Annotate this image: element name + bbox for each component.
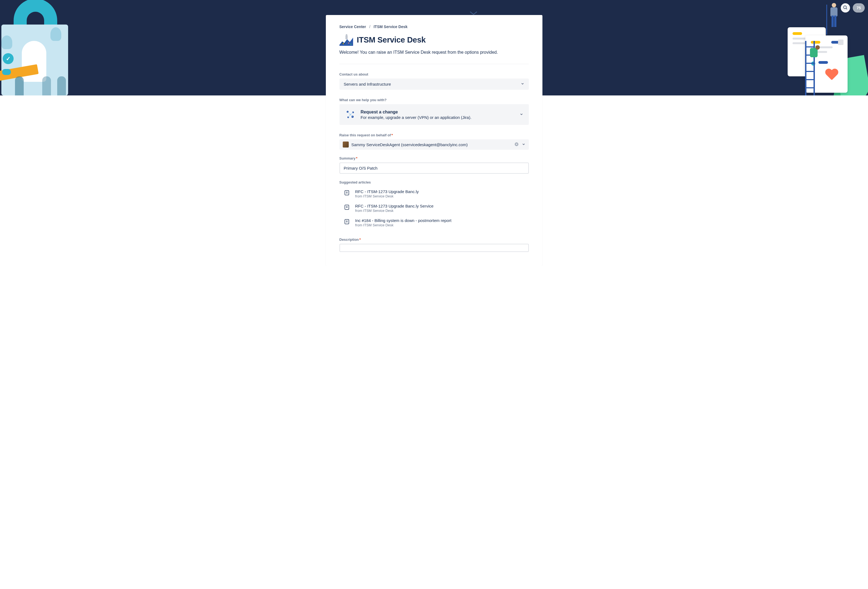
svg-line-16 [350,114,353,117]
svg-point-6 [348,43,349,44]
chevron-down-icon [522,142,526,147]
request-change-icon [345,109,356,120]
breadcrumb: Service Center / ITSM Service Desk [340,25,529,29]
page-title: ITSM Service Desk [357,36,426,44]
article-source: from ITSM Service Desk [355,223,524,227]
welcome-text: Welcome! You can raise an ITSM Service D… [340,49,529,56]
chevron-down-icon [520,112,523,117]
breadcrumb-current[interactable]: ITSM Service Desk [373,25,407,29]
document-icon [344,219,350,225]
article-title: Inc #184 - Billing system is down - post… [355,218,524,223]
search-button[interactable] [841,3,850,13]
svg-line-15 [348,114,350,117]
notification-badge[interactable]: 75 [853,3,865,13]
svg-line-2 [846,8,847,9]
suggested-article[interactable]: RFC - ITSM-1273 Upgrade Banc.ly from ITS… [340,186,529,201]
chevron-down-icon [521,82,524,86]
article-source: from ITSM Service Desk [355,194,524,198]
breadcrumb-separator: / [369,25,370,29]
banner-illustration-left [0,0,76,95]
svg-point-1 [843,6,846,9]
clear-selection-button[interactable] [514,142,519,147]
suggested-article[interactable]: Inc #184 - Billing system is down - post… [340,215,529,230]
description-label: Description* [340,238,529,241]
user-avatar [343,142,349,148]
description-input[interactable] [340,244,529,252]
svg-line-13 [348,112,350,114]
banner-illustration-right [792,0,868,95]
article-title: RFC - ITSM-1273 Upgrade Banc.ly [355,189,524,194]
project-avatar-icon [340,34,353,46]
contact-us-value: Servers and Infrastructure [344,82,391,86]
behalf-of-value: Sammy ServiceDeskAgent (sservicedeskagen… [351,142,511,147]
article-source: from ITSM Service Desk [355,209,524,213]
suggested-article[interactable]: RFC - ITSM-1273 Upgrade Banc.ly Service … [340,201,529,215]
help-with-label: What can we help you with? [340,98,529,102]
document-icon [344,204,350,210]
request-type-select[interactable]: Request a change For example, upgrade a … [340,104,529,125]
breadcrumb-root[interactable]: Service Center [340,25,366,29]
svg-rect-3 [345,36,348,39]
request-type-title: Request a change [361,110,515,114]
summary-input[interactable] [340,163,529,174]
document-icon [344,190,350,196]
suggested-articles-label: Suggested articles [340,180,529,184]
contact-us-label: Contact us about [340,72,529,76]
svg-point-4 [346,34,347,36]
badge-count: 75 [856,6,861,10]
close-circle-icon [514,142,519,147]
request-type-desc: For example, upgrade a server (VPN) or a… [361,115,515,120]
summary-label: Summary* [340,156,529,160]
behalf-of-label: Raise this request on behalf of* [340,133,529,137]
behalf-of-select[interactable]: Sammy ServiceDeskAgent (sservicedeskagen… [340,139,529,150]
svg-point-5 [343,43,344,44]
main-panel: Service Center / ITSM Service Desk ITSM … [326,15,542,266]
search-icon [843,5,848,11]
contact-us-select[interactable]: Servers and Infrastructure [340,78,529,90]
svg-point-7 [350,44,351,45]
article-title: RFC - ITSM-1273 Upgrade Banc.ly Service [355,204,524,208]
svg-line-14 [350,112,353,114]
